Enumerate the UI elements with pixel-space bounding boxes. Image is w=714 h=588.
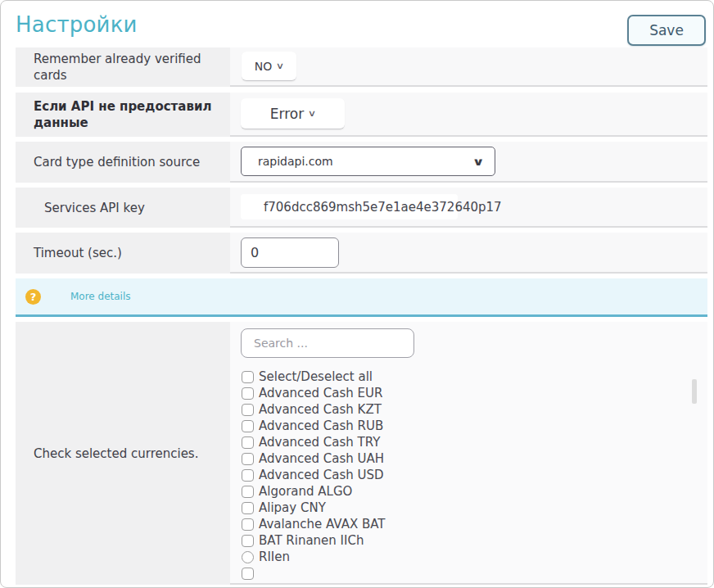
currency-list-item[interactable]: Advanced Cash RUB <box>241 418 707 434</box>
currency-label: Advanced Cash EUR <box>259 386 383 400</box>
timeout-input[interactable] <box>241 237 339 268</box>
currency-list-item[interactable]: BAT Rinanen IICh <box>241 532 707 549</box>
services-api-key-field[interactable]: f706dcc869msh5e7e1ae4e372640p17 <box>241 194 458 219</box>
selected-value: Error <box>270 106 304 122</box>
currency-label: Advanced Cash TRY <box>259 435 380 450</box>
currency-list-item[interactable]: Alipay CNY <box>241 500 707 516</box>
currency-list-item[interactable]: Algorand ALGO <box>241 483 707 500</box>
checkbox-icon[interactable] <box>242 453 254 465</box>
currency-label: Advanced Cash RUB <box>259 418 383 433</box>
setting-control-area: f706dcc869msh5e7e1ae4e372640p17 <box>230 188 707 228</box>
scrollbar-thumb[interactable] <box>692 379 697 404</box>
currency-list-item[interactable]: Advanced Cash KZT <box>241 401 707 418</box>
radio-icon[interactable] <box>242 551 254 563</box>
currency-label: BAT Rinanen IICh <box>259 533 364 548</box>
currency-list-item[interactable]: Select/Deselect all <box>241 369 707 385</box>
currency-label: Select/Deselect all <box>259 369 373 384</box>
checkbox-icon[interactable] <box>242 469 254 482</box>
checkbox-icon[interactable] <box>242 371 254 383</box>
question-mark-icon: ? <box>25 289 41 305</box>
selected-value: NO <box>255 60 273 73</box>
api-no-data-select[interactable]: Error ∨ <box>241 98 345 129</box>
setting-control-area: Error ∨ <box>230 93 707 137</box>
checkbox-icon[interactable] <box>242 518 254 531</box>
currency-label: Advanced Cash KZT <box>259 402 382 417</box>
more-details-link[interactable]: More details <box>70 291 131 302</box>
setting-label: Services API key <box>16 188 230 228</box>
currency-label: Advanced Cash UAH <box>259 451 384 466</box>
remember-cards-select[interactable]: NO ∨ <box>242 52 296 81</box>
checkbox-icon[interactable] <box>242 420 254 432</box>
info-bar: ? More details <box>16 278 707 317</box>
currencies-panel: Select/Deselect all Advanced Cash EUR Ad… <box>230 322 707 585</box>
page-title: Настройки <box>16 12 138 37</box>
setting-label: Check selected currencies. <box>16 322 230 585</box>
setting-row-api-no-data: Если API не предоставил данные Error ∨ <box>16 93 707 137</box>
currency-label: Algorand ALGO <box>259 484 352 499</box>
setting-label: Timeout (sec.) <box>16 233 230 274</box>
currency-list: Select/Deselect all Advanced Cash EUR Ad… <box>241 369 707 581</box>
save-button[interactable]: Save <box>627 15 706 46</box>
checkbox-icon[interactable] <box>242 486 254 498</box>
currency-label: RIIen <box>259 550 290 564</box>
checkbox-icon[interactable] <box>242 535 254 547</box>
setting-label: Если API не предоставил данные <box>16 93 230 137</box>
currency-list-item[interactable]: Advanced Cash UAH <box>241 450 707 467</box>
checkbox-icon[interactable] <box>242 502 254 514</box>
checkbox-icon[interactable] <box>242 387 254 400</box>
selected-value: rapidapi.com <box>258 155 333 168</box>
checkbox-icon[interactable] <box>242 404 254 416</box>
currency-label: Avalanche AVAX BAT <box>259 517 386 531</box>
currency-list-item-partial[interactable] <box>241 565 707 581</box>
currency-label: Alipay CNY <box>259 500 326 515</box>
setting-control-area <box>230 233 707 274</box>
currency-list-item[interactable]: Advanced Cash TRY <box>241 434 707 450</box>
setting-row-currencies: Check selected currencies. Select/Desele… <box>16 322 707 585</box>
header: Настройки Save <box>16 1 707 47</box>
card-type-source-select[interactable]: rapidapi.com ∨ <box>241 147 495 176</box>
settings-page: Настройки Save Remember already verified… <box>0 0 714 588</box>
setting-control-area: NO ∨ <box>230 47 707 87</box>
currency-search-input[interactable] <box>241 328 414 358</box>
currency-list-item[interactable]: Advanced Cash USD <box>241 467 707 483</box>
currency-list-item[interactable]: Advanced Cash EUR <box>241 385 707 401</box>
chevron-down-icon: ∨ <box>472 156 485 168</box>
checkbox-icon[interactable] <box>242 568 254 580</box>
setting-row-card-type-source: Card type definition source rapidapi.com… <box>16 142 707 183</box>
setting-row-services-api-key: Services API key f706dcc869msh5e7e1ae4e3… <box>16 188 707 228</box>
checkbox-icon[interactable] <box>242 436 254 449</box>
setting-row-timeout: Timeout (sec.) <box>16 233 707 274</box>
setting-row-remember-cards: Remember already verified cards NO ∨ <box>16 47 707 87</box>
currency-list-item[interactable]: Avalanche AVAX BAT <box>241 516 707 532</box>
chevron-down-icon: ∨ <box>308 108 316 119</box>
setting-control-area: rapidapi.com ∨ <box>230 142 707 183</box>
chevron-down-icon: ∨ <box>276 61 284 71</box>
setting-label: Remember already verified cards <box>16 47 230 87</box>
currency-label: Advanced Cash USD <box>259 468 384 482</box>
setting-label: Card type definition source <box>16 142 230 183</box>
currency-list-item[interactable]: RIIen <box>241 549 707 565</box>
